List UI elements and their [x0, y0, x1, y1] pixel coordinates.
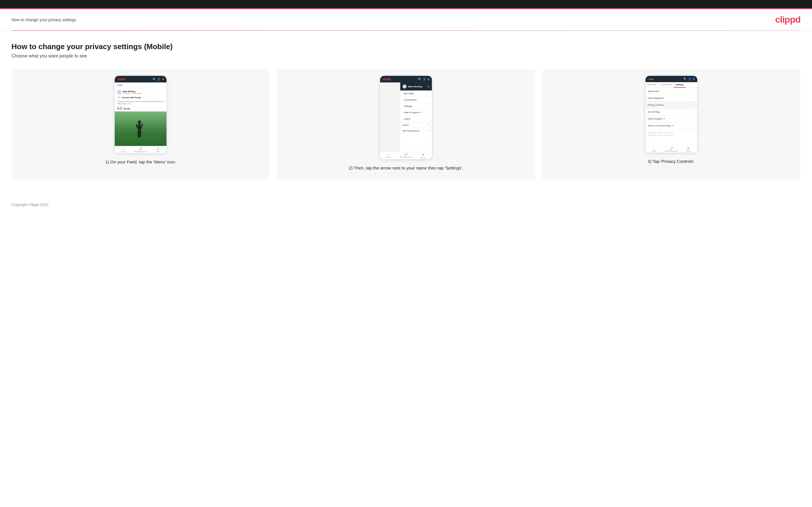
- feed-item: Blair McHarg Yesterday · Sunningdale Les…: [115, 88, 166, 111]
- feed-tab: Feed: [115, 82, 166, 88]
- settings-icon-2: ⚙: [427, 78, 429, 81]
- settings-item-privacy[interactable]: Privacy Controls ›: [646, 102, 697, 109]
- performance-icon-3: 📈: [670, 147, 673, 150]
- nav-close-2: ✕ Menu: [415, 153, 432, 159]
- menu-item-logout: Logout: [400, 116, 432, 122]
- phone-icons-2: 🔍 👤 ⚙: [418, 78, 429, 81]
- svg-point-0: [138, 120, 141, 123]
- nav-menu-3: ☰ Menu: [680, 147, 697, 152]
- menu-item-profile: My Profile: [400, 91, 432, 97]
- tab-settings[interactable]: Settings: [674, 82, 686, 88]
- performance-chevron-icon: ▾: [428, 129, 429, 132]
- step-1-card: clippd 🔍 👤 ⚙ Feed Blair McHarg: [11, 69, 270, 179]
- menu-section-home: Home ▾: [400, 122, 432, 128]
- lesson-desc: Looking to feel like my hands are exitin…: [117, 101, 164, 105]
- menu-username: Blair McHarg: [408, 85, 422, 88]
- menu-chevron-icon: ∧: [427, 85, 429, 88]
- menu-icon: ☰: [157, 147, 159, 151]
- performance-icon: 📈: [139, 147, 142, 151]
- nav-home-1: ⌂ Home: [115, 147, 132, 153]
- home-icon: ⌂: [122, 147, 124, 151]
- nav-performance-2: 📈 My Performance: [397, 153, 415, 159]
- search-icon-3: 🔍: [683, 77, 687, 80]
- feed-username: Blair McHarg: [123, 91, 142, 93]
- phone-body-2: Blair McHarg ∧ My Profile Connections Se…: [380, 82, 432, 151]
- phone-bottom-nav-1: ⌂ Home 📈 My Performance ☰ Menu: [115, 146, 166, 153]
- settings-item-data[interactable]: Data Integrations ›: [646, 95, 697, 102]
- steps-grid: clippd 🔍 👤 ⚙ Feed Blair McHarg: [11, 69, 801, 179]
- home-label-3: Home: [652, 150, 656, 152]
- close-icon: ✕: [422, 153, 424, 157]
- settings-icon: ⚙: [162, 78, 164, 81]
- settings-item-service[interactable]: Service & Privacy Policy ↗: [646, 122, 697, 129]
- client-version: Clippd Client Version: 2022.8.3-3: [648, 131, 695, 134]
- svg-rect-4: [138, 130, 139, 137]
- page-subheading: Choose what you want people to see: [11, 53, 801, 59]
- step-2-card: clippd 🔍 👤 ⚙: [277, 69, 536, 179]
- phone-mockup-2: clippd 🔍 👤 ⚙: [380, 76, 432, 159]
- performance-icon-2: 📈: [404, 153, 408, 156]
- back-button: < Back: [648, 78, 654, 80]
- server-version: GQL Server Version: 2022.7.30-1: [648, 134, 695, 137]
- user-icon-2: 👤: [423, 78, 426, 81]
- breadcrumb: How to change your privacy settings: [11, 17, 76, 22]
- settings-item-help[interactable]: Help & Support ↗: [646, 115, 697, 122]
- service-privacy-label: Service & Privacy Policy ↗: [648, 124, 674, 127]
- footer: Copyright Clippd 2022: [0, 197, 812, 213]
- nav-performance-3: 📈 My Performance: [663, 147, 680, 152]
- settings-body: My Account › Data Integrations › Privacy…: [646, 88, 697, 145]
- phone-icons-3: 🔍 👤 ⚙: [683, 77, 695, 80]
- settings-item-golf-bag[interactable]: My Golf Bag ›: [646, 109, 697, 115]
- feed-user-row: Blair McHarg Yesterday · Sunningdale: [117, 90, 164, 95]
- user-icon: 👤: [157, 78, 160, 81]
- feed-date: Yesterday · Sunningdale: [123, 93, 142, 94]
- main-content: How to change your privacy settings (Mob…: [0, 31, 812, 197]
- nav-home-3: ⌂ Home: [646, 147, 663, 152]
- tab-my-profile[interactable]: My Profile: [646, 82, 658, 88]
- performance-label: My Performance: [134, 151, 147, 153]
- golf-icon: [117, 96, 120, 99]
- my-account-label: My Account: [648, 90, 659, 93]
- page-heading: How to change your privacy settings (Mob…: [11, 42, 801, 51]
- lesson-title: Lesson with Fordy: [121, 96, 141, 99]
- header: How to change your privacy settings clip…: [0, 9, 812, 31]
- menu-user-row: Blair McHarg ∧: [400, 82, 432, 91]
- settings-item-account[interactable]: My Account ›: [646, 88, 697, 95]
- tab-connections[interactable]: Connections: [658, 82, 674, 88]
- phone-mockup-1: clippd 🔍 👤 ⚙ Feed Blair McHarg: [115, 76, 166, 153]
- logo: clippd: [775, 14, 801, 25]
- svg-rect-5: [140, 130, 141, 137]
- nav-performance-1: 📈 My Performance: [132, 147, 149, 153]
- duration-value: 01 hr : 30 min: [117, 108, 164, 110]
- phone-logo-1: clippd: [117, 77, 125, 81]
- menu-label-3: Menu: [687, 150, 691, 152]
- search-icon-2: 🔍: [418, 78, 421, 81]
- menu-user-info: Blair McHarg: [403, 84, 422, 89]
- help-support-label: Help & Support ↗: [648, 117, 665, 120]
- feed-background: [380, 82, 400, 151]
- nav-home-2: ⌂ Home: [380, 153, 397, 159]
- phone-bottom-nav-2: ⌂ Home 📈 My Performance ✕ Menu: [380, 151, 432, 159]
- step-3-card: < Back 🔍 👤 ⚙ My Profile Connections Sett…: [542, 69, 801, 179]
- privacy-controls-label: Privacy Controls: [648, 104, 664, 106]
- settings-tabs: My Profile Connections Settings: [646, 82, 697, 88]
- step-2-description: 2) Then, tap the arrow next to your name…: [349, 165, 463, 171]
- menu-home-label: Home: [403, 124, 409, 126]
- menu-item-settings: Settings: [400, 103, 432, 109]
- phone-header-1: clippd 🔍 👤 ⚙: [115, 76, 166, 82]
- menu-label: Menu: [156, 151, 160, 153]
- top-bar: [0, 0, 812, 8]
- menu-label-2: Menu: [421, 157, 425, 159]
- nav-menu-1: ☰ Menu: [149, 147, 166, 153]
- home-icon-2: ⌂: [388, 153, 390, 156]
- phone-mockup-3: < Back 🔍 👤 ⚙ My Profile Connections Sett…: [646, 76, 697, 153]
- phone-logo-2: clippd: [383, 77, 391, 81]
- menu-avatar: [403, 84, 407, 89]
- settings-icon-3: ⚙: [693, 77, 695, 80]
- phone-header-2: clippd 🔍 👤 ⚙: [380, 76, 432, 82]
- avatar: [117, 90, 121, 95]
- user-icon-3: 👤: [688, 77, 691, 80]
- menu-item-help: Help & Support ↗: [400, 109, 432, 116]
- home-chevron-icon: ▾: [428, 124, 429, 126]
- home-label-2: Home: [387, 156, 391, 158]
